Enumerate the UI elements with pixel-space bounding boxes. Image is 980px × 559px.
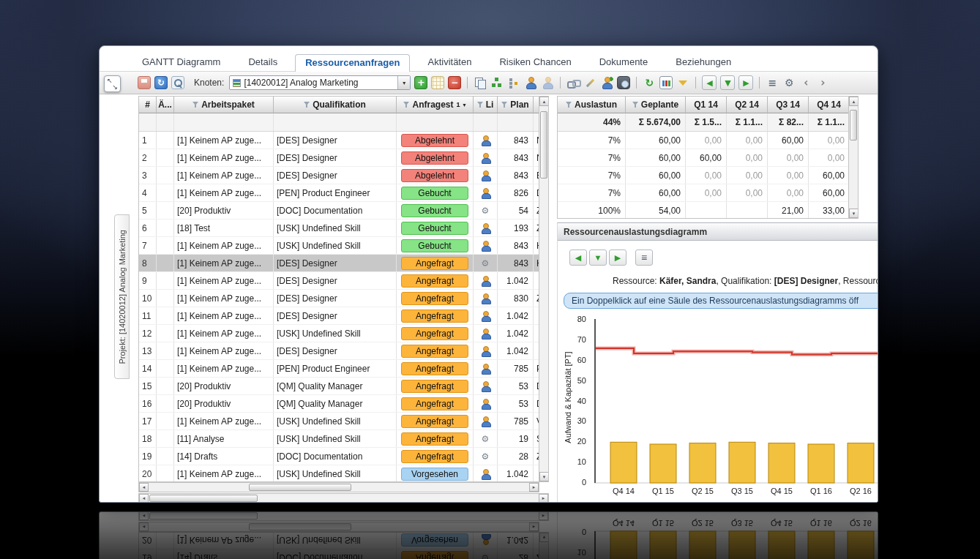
column-header-q4-14[interactable]: Q4 14: [809, 97, 850, 113]
zoom-icon[interactable]: [171, 76, 184, 89]
request-row[interactable]: 14[1] Keinem AP zuge...[PEN] Product Eng…: [139, 360, 540, 378]
request-row[interactable]: 20[1] Keinem AP zuge...[USK] Undefined S…: [139, 465, 540, 482]
column-header-arbeitspaket[interactable]: Arbeitspaket: [174, 97, 274, 113]
scroll-down-button[interactable]: ▾: [849, 209, 859, 218]
chart-bar[interactable]: [650, 444, 676, 483]
request-row[interactable]: 2[1] Keinem AP zuge...[DES] DesignerAbge…: [139, 149, 540, 167]
redo-icon[interactable]: [643, 76, 656, 89]
allocation-row[interactable]: 7%60,000,000,0060,000,00: [558, 132, 850, 149]
allocation-row[interactable]: 100%54,0021,0033,00: [558, 202, 850, 219]
column-header-q2-14[interactable]: Q2 14: [727, 97, 768, 113]
scroll-down-button[interactable]: ▾: [539, 472, 549, 481]
pane-horizontal-scrollbar[interactable]: ◂ ▸: [138, 493, 549, 503]
request-row[interactable]: 4[1] Keinem AP zuge...[PEN] Product Engi…: [139, 184, 540, 202]
request-row[interactable]: 17[1] Keinem AP zuge...[USK] Undefined S…: [139, 413, 540, 430]
column-header-q3-14[interactable]: Q3 14: [768, 97, 809, 113]
gear-icon[interactable]: [782, 76, 796, 89]
tab-gantt-diagramm[interactable]: GANTT Diagramm: [132, 53, 231, 71]
filter-icon[interactable]: [477, 102, 484, 108]
column-header-anfragestatus[interactable]: Anfragest1▾: [397, 97, 474, 113]
filter-icon[interactable]: [192, 102, 199, 108]
node-select[interactable]: [14020012] Analog Marketing▾: [229, 75, 411, 90]
scrollbar-thumb[interactable]: [850, 110, 857, 140]
scrollbar-thumb[interactable]: [149, 495, 258, 502]
request-row[interactable]: 12[1] Keinem AP zuge...[USK] Undefined S…: [139, 325, 540, 342]
request-row[interactable]: 9[1] Keinem AP zuge...[DES] DesignerAnge…: [139, 272, 540, 290]
scroll-right-button[interactable]: ▸: [529, 483, 539, 492]
tab-details[interactable]: Details: [238, 53, 288, 71]
request-row[interactable]: 7[1] Keinem AP zuge...[USK] Undefined Sk…: [139, 237, 540, 255]
column-header-q1-14[interactable]: Q1 14: [686, 97, 727, 113]
wand-icon[interactable]: [583, 76, 596, 89]
person-off-icon[interactable]: [541, 76, 554, 89]
scroll-left-button[interactable]: ◂: [139, 483, 149, 492]
chart-icon[interactable]: [659, 76, 673, 89]
scroll-left-button[interactable]: ◂: [139, 494, 149, 503]
node-dropdown-button[interactable]: ▾: [397, 76, 410, 89]
filter-icon[interactable]: [501, 102, 508, 108]
allocation-vertical-scrollbar[interactable]: ▴ ▾: [848, 97, 858, 218]
chart-bar[interactable]: [848, 443, 874, 483]
nav-last-icon[interactable]: [738, 75, 753, 90]
overflow-next-icon[interactable]: [816, 76, 829, 89]
allocation-row[interactable]: 7%60,0060,000,000,000,00: [558, 149, 850, 167]
scrollbar-thumb[interactable]: [540, 111, 547, 179]
link-edit-icon[interactable]: [566, 76, 580, 89]
expand-window-button[interactable]: [104, 75, 121, 92]
scrollbar-thumb[interactable]: [249, 484, 351, 491]
chart-bar[interactable]: [808, 444, 834, 483]
chart-bar[interactable]: [729, 442, 755, 483]
requests-vertical-scrollbar[interactable]: ▴ ▾: [539, 97, 548, 481]
camera-icon[interactable]: [617, 76, 630, 89]
remove-icon[interactable]: [448, 76, 461, 89]
chart-bar[interactable]: [610, 442, 637, 483]
scroll-up-button[interactable]: ▴: [539, 97, 549, 106]
chart-list-button[interactable]: ≡: [635, 250, 653, 266]
add-icon[interactable]: [414, 76, 427, 89]
column-header-aenderung[interactable]: Ä...: [157, 97, 174, 113]
tree-list-icon[interactable]: [766, 76, 779, 89]
edit-grid-icon[interactable]: [431, 76, 444, 89]
request-row[interactable]: 3[1] Keinem AP zuge...[DES] DesignerAbge…: [139, 167, 540, 184]
chart-bar[interactable]: [768, 443, 795, 483]
scroll-up-button[interactable]: ▴: [849, 97, 859, 106]
column-header-qualifikation[interactable]: Qualifikation: [274, 97, 397, 113]
request-row[interactable]: 15[20] Produktiv[QM] Quality ManagerAnge…: [139, 378, 540, 395]
request-row[interactable]: 10[1] Keinem AP zuge...[DES] DesignerAng…: [139, 290, 540, 307]
refresh-icon[interactable]: [154, 76, 168, 89]
request-row[interactable]: 13[1] Keinem AP zuge...[DES] DesignerAng…: [139, 342, 540, 360]
scroll-right-button[interactable]: ▸: [539, 494, 548, 503]
column-header-lieferant[interactable]: Li: [474, 97, 498, 113]
tab-dokumente[interactable]: Dokumente: [589, 53, 658, 71]
request-row[interactable]: 18[11] Analyse[USK] Undefined SkillAngef…: [139, 430, 540, 448]
tab-beziehungen[interactable]: Beziehungen: [665, 53, 741, 71]
column-header-number[interactable]: #: [139, 97, 157, 113]
request-row[interactable]: 19[14] Drafts[DOC] DocumentationAngefrag…: [139, 448, 540, 465]
tab-aktivit-ten[interactable]: Aktivitäten: [417, 53, 482, 71]
request-row[interactable]: 8[1] Keinem AP zuge...[DES] DesignerAnge…: [139, 255, 540, 272]
request-row[interactable]: 1[1] Keinem AP zuge...[DES] DesignerAbge…: [139, 132, 540, 149]
request-row[interactable]: 16[20] Produktiv[QM] Quality ManagerAnge…: [139, 395, 540, 413]
chart-bar[interactable]: [689, 443, 716, 483]
column-header-auslastung[interactable]: Auslastun: [558, 97, 626, 113]
request-row[interactable]: 11[1] Keinem AP zuge...[DES] DesignerAng…: [139, 307, 540, 325]
nav-down-icon[interactable]: [720, 75, 735, 90]
allocation-row[interactable]: 7%60,000,000,000,0060,00: [558, 184, 850, 202]
funnel-icon[interactable]: [676, 76, 689, 89]
project-side-tab[interactable]: Projekt: [14020012] Analog Marketing: [114, 214, 130, 379]
filter-icon[interactable]: [632, 102, 639, 108]
allocation-row[interactable]: 7%60,000,000,000,0060,00: [558, 167, 850, 184]
save-icon[interactable]: [138, 76, 151, 89]
column-header-geplante[interactable]: Geplante: [626, 97, 686, 113]
nav-first-icon[interactable]: [702, 75, 717, 90]
overflow-prev-icon[interactable]: [799, 76, 812, 89]
person-add-icon[interactable]: [600, 76, 613, 89]
tree-icon[interactable]: [507, 76, 520, 89]
request-row[interactable]: 6[18] Test[USK] Undefined SkillGebucht19…: [139, 220, 540, 237]
filter-icon[interactable]: [566, 102, 572, 108]
filter-icon[interactable]: [304, 102, 310, 108]
chart-down-button[interactable]: ▼: [589, 250, 607, 266]
column-header-plan[interactable]: Plan: [498, 97, 534, 113]
requests-horizontal-scrollbar[interactable]: ◂ ▸: [138, 482, 539, 492]
chart-next-button[interactable]: ▶: [609, 250, 626, 266]
